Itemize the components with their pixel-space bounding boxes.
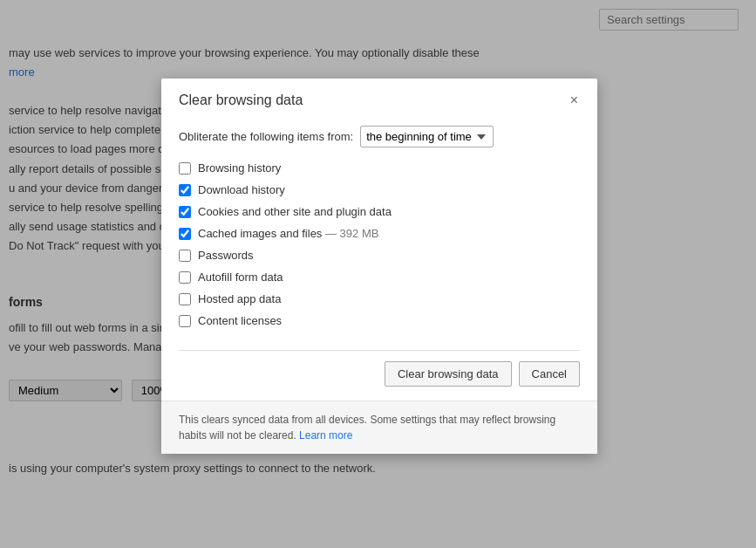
- dialog-buttons: Clear browsing data Cancel: [161, 351, 597, 401]
- close-button[interactable]: ×: [569, 93, 580, 107]
- autofill-checkbox[interactable]: [179, 271, 191, 284]
- hosted-app-checkbox[interactable]: [179, 293, 191, 305]
- checkbox-cached: Cached images and files — 392 MB: [179, 227, 580, 240]
- browsing-history-label[interactable]: Browsing history: [198, 161, 281, 175]
- dialog-header: Clear browsing data ×: [161, 79, 597, 119]
- dialog-footer-info: This clears synced data from all devices…: [161, 401, 597, 454]
- cached-images-checkbox[interactable]: [179, 228, 191, 240]
- hosted-app-label[interactable]: Hosted app data: [198, 292, 281, 305]
- cancel-button[interactable]: Cancel: [519, 361, 580, 387]
- checkbox-browsing-history: Browsing history: [179, 161, 580, 175]
- clear-browsing-data-button[interactable]: Clear browsing data: [385, 361, 512, 387]
- content-licenses-label[interactable]: Content licenses: [198, 314, 282, 327]
- checkbox-autofill: Autofill form data: [179, 271, 580, 284]
- checkbox-hosted-app: Hosted app data: [179, 292, 580, 305]
- checkbox-cookies: Cookies and other site and plugin data: [179, 205, 580, 218]
- time-range-select[interactable]: the past hour the past day the past week…: [360, 126, 494, 147]
- download-history-checkbox[interactable]: [179, 184, 191, 196]
- obliterate-row: Obliterate the following items from: the…: [179, 126, 580, 147]
- passwords-checkbox[interactable]: [179, 250, 191, 262]
- clear-browsing-data-dialog: Clear browsing data × Obliterate the fol…: [161, 79, 597, 454]
- dialog-title: Clear browsing data: [179, 92, 303, 108]
- dialog-body: Obliterate the following items from: the…: [161, 119, 597, 350]
- learn-more-link[interactable]: Learn more: [299, 429, 352, 442]
- autofill-label[interactable]: Autofill form data: [198, 271, 283, 284]
- browsing-history-checkbox[interactable]: [179, 162, 191, 175]
- passwords-label[interactable]: Passwords: [198, 249, 254, 262]
- obliterate-label: Obliterate the following items from:: [179, 130, 353, 143]
- checkbox-content-licenses: Content licenses: [179, 314, 580, 327]
- footer-text: This clears synced data from all devices…: [179, 414, 555, 442]
- cache-size: — 392 MB: [325, 227, 378, 240]
- checkbox-download-history: Download history: [179, 183, 580, 196]
- cookies-checkbox[interactable]: [179, 206, 191, 218]
- cookies-label[interactable]: Cookies and other site and plugin data: [198, 205, 392, 218]
- content-licenses-checkbox[interactable]: [179, 315, 191, 327]
- cached-images-label[interactable]: Cached images and files — 392 MB: [198, 227, 378, 240]
- checkbox-passwords: Passwords: [179, 249, 580, 262]
- download-history-label[interactable]: Download history: [198, 183, 285, 196]
